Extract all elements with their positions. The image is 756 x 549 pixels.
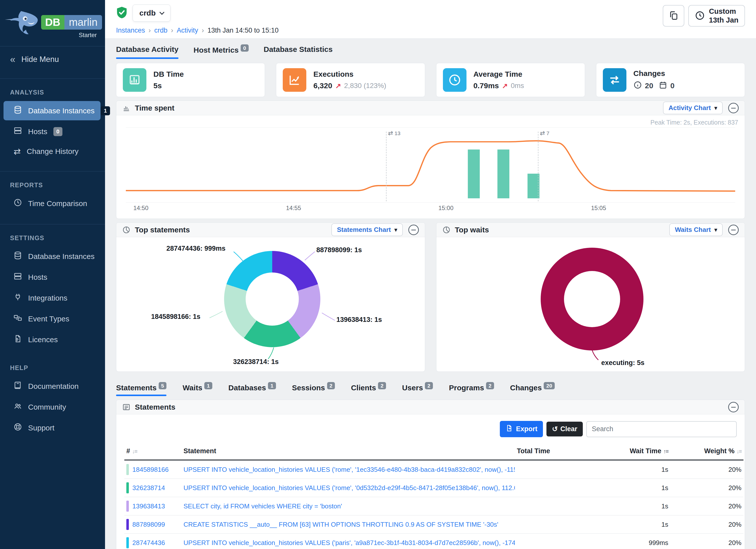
swap-arrows-icon: ⇄ (388, 130, 393, 136)
activity-chart: Peak Time: 2s, Executions: 837 ⇄ 13 ⇄ 7 (116, 115, 745, 219)
slice-label-326238714: 326238714: 1s (233, 358, 279, 366)
statement-sql-link[interactable]: SELECT city, id FROM vehicles WHERE city… (183, 502, 342, 510)
sidebar-item-hosts-settings[interactable]: Hosts (4, 267, 101, 287)
statement-id-link[interactable]: 1845898166 (132, 466, 169, 474)
column-weight[interactable]: Weight %↓≡ (670, 443, 743, 460)
caret-down-icon: ▾ (394, 227, 397, 233)
detail-tab[interactable]: Databases1 (228, 383, 276, 396)
sidebar-item-support[interactable]: Support (4, 418, 101, 437)
tab-badge: 0 (241, 44, 249, 52)
column-statement[interactable]: Statement (181, 443, 515, 460)
collapse-panel-icon[interactable] (728, 225, 739, 235)
server-icon (14, 272, 22, 282)
section-title: SETTINGS (0, 230, 105, 245)
statement-sql-link[interactable]: CREATE STATISTICS __auto__ FROM [63] WIT… (183, 521, 498, 528)
instance-selector-button[interactable]: crdb (133, 5, 170, 22)
changes-calendar-count: 0 (670, 81, 675, 90)
collapse-panel-icon[interactable] (728, 402, 739, 412)
time-range-button[interactable]: Custom 13th Jan (688, 5, 745, 27)
clock-icon (443, 68, 466, 92)
pie-chart-icon (122, 226, 130, 234)
main-tab[interactable]: Host Metrics0 (194, 45, 249, 59)
waits-chart-selector[interactable]: Waits Chart▾ (669, 223, 723, 236)
detail-tab[interactable]: Users2 (402, 383, 433, 396)
statement-sql-link[interactable]: UPSERT INTO vehicle_location_histories V… (183, 539, 515, 546)
activity-chart-selector[interactable]: Activity Chart▾ (663, 102, 723, 114)
pie-chart-icon (442, 226, 450, 234)
search-input[interactable] (586, 421, 737, 437)
breadcrumb-crdb[interactable]: crdb (154, 27, 168, 34)
sidebar-section-analysis: ANALYSIS Database Instances 1 Hosts 0 ⇄ … (0, 79, 105, 165)
change-marker[interactable]: ⇄ 13 (386, 132, 387, 201)
main-tab[interactable]: Database Statistics (264, 45, 333, 59)
licence-icon (14, 334, 22, 345)
sidebar-item-documentation[interactable]: Documentation (4, 377, 101, 396)
statement-row: 139638413 SELECT city, id FROM vehicles … (124, 497, 743, 515)
detail-tab[interactable]: Programs2 (449, 383, 494, 396)
kpi-value: 5s (153, 81, 162, 90)
top-waits-panel: Top waits Waits Chart▾ executing: 5s (436, 222, 745, 372)
detail-tab[interactable]: Sessions2 (292, 383, 335, 396)
sidebar-section-help: HELP Documentation Community Support (0, 354, 105, 442)
detail-tab[interactable]: Changes20 (510, 383, 555, 396)
sidebar-item-event-types[interactable]: Event Types (4, 309, 101, 328)
breadcrumb: Instances › crdb › Activity › 13th Jan 1… (116, 27, 745, 34)
tab-badge: 1 (204, 382, 212, 389)
collapse-panel-icon[interactable] (728, 103, 739, 113)
wait-time-value: 1s (595, 479, 670, 497)
statement-id-link[interactable]: 326238714 (132, 484, 165, 492)
table-toolbar: Export ↺ Clear (124, 414, 737, 443)
statement-sql-link[interactable]: UPSERT INTO vehicle_location_histories V… (183, 484, 515, 492)
hide-menu-button[interactable]: « Hide Menu (0, 46, 105, 72)
sidebar-item-time-comparison[interactable]: Time Comparison (4, 194, 101, 213)
sidebar-item-hosts[interactable]: Hosts 0 (4, 122, 101, 141)
wait-time-value: 1s (595, 515, 670, 534)
statement-color-chip (126, 482, 129, 493)
tab-badge: 2 (327, 382, 335, 389)
waits-donut[interactable] (541, 248, 643, 350)
column-total-time[interactable]: Total Time (515, 443, 595, 460)
peak-note: Peak Time: 2s, Executions: 837 (650, 119, 738, 126)
statements-donut[interactable] (224, 251, 320, 347)
weight-value: 20% (670, 460, 743, 479)
plug-icon (14, 293, 22, 303)
change-marker[interactable]: ⇄ 7 (538, 132, 538, 201)
breadcrumb-instances[interactable]: Instances (116, 27, 145, 34)
breadcrumb-activity[interactable]: Activity (177, 27, 198, 34)
x-tick: 15:05 (591, 205, 606, 212)
slice-label-287474436: 287474436: 999ms (166, 245, 226, 252)
statement-id-link[interactable]: 287474436 (132, 539, 165, 547)
activity-chart-svg (126, 128, 735, 202)
sidebar-item-licences[interactable]: Licences (4, 330, 101, 349)
column-wait-time[interactable]: Wait Time↑≡ (595, 443, 670, 460)
detail-tab[interactable]: Clients2 (351, 383, 386, 396)
statements-chart-selector[interactable]: Statements Chart▾ (331, 223, 403, 236)
statement-id-link[interactable]: 139638413 (132, 502, 165, 510)
sidebar-item-community[interactable]: Community (4, 397, 101, 417)
wait-time-value: 1s (595, 497, 670, 515)
statement-sql-link[interactable]: UPSERT INTO vehicle_location_histories V… (183, 466, 515, 473)
changes-info-count: 20 (645, 81, 653, 90)
activity-plot[interactable]: ⇄ 13 ⇄ 7 (126, 127, 735, 203)
people-icon (14, 402, 22, 412)
statement-id-link[interactable]: 887898099 (132, 521, 165, 528)
detail-tab[interactable]: Waits1 (182, 383, 212, 396)
slice-label-executing: executing: 5s (601, 359, 645, 367)
shield-check-icon (116, 6, 128, 20)
sidebar-item-database-instances[interactable]: Database Instances 1 (4, 101, 101, 120)
wait-time-value: 999ms (595, 534, 670, 549)
brand-marlin: marlin (64, 15, 102, 30)
sidebar: DB marlin Starter « Hide Menu ANALYSIS D… (0, 0, 105, 549)
kpi-delta: 2,830 (123%) (344, 82, 386, 90)
detail-tab[interactable]: Statements5 (116, 383, 166, 396)
clear-button[interactable]: ↺ Clear (546, 422, 583, 436)
main-tab[interactable]: Database Activity (116, 45, 178, 59)
sidebar-item-integrations[interactable]: Integrations (4, 288, 101, 308)
copy-link-button[interactable] (663, 5, 684, 27)
collapse-panel-icon[interactable] (408, 225, 419, 235)
section-title: HELP (0, 360, 105, 375)
export-button[interactable]: Export (500, 421, 543, 437)
sidebar-item-database-instances-settings[interactable]: Database Instances (4, 247, 101, 266)
column-id[interactable]: #↓≡ (124, 443, 181, 460)
sidebar-item-change-history[interactable]: ⇄ Change History (4, 143, 101, 160)
